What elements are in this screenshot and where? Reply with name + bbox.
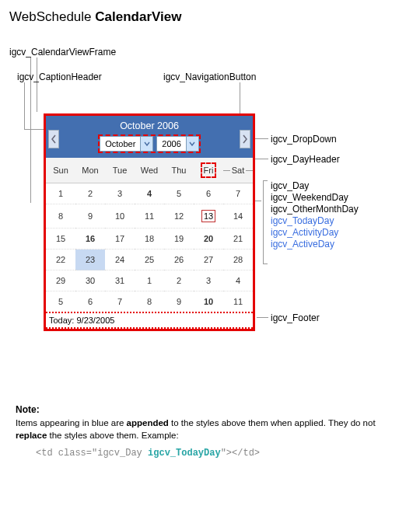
calendar-day[interactable]: 23 (75, 250, 105, 270)
calendar-day[interactable]: 4 (223, 270, 253, 291)
calendar-grid: Sun Mon Tue Wed Thu Fri Sat 123456789101… (46, 158, 253, 312)
dropdown-group: October 2006 (98, 134, 201, 153)
callout-othermonth: igcv_OtherMonthDay (271, 204, 359, 215)
calendar-day[interactable]: 2 (75, 183, 105, 204)
calendar-day[interactable]: 21 (223, 229, 253, 250)
caption-header: October 2006 October 2006 (46, 116, 253, 158)
calendar-day[interactable]: 19 (164, 229, 194, 250)
callout-active: igcv_ActiveDay (271, 239, 334, 250)
calendar-day[interactable]: 18 (135, 229, 164, 250)
callout-nav: igcv_NavigationButton (163, 72, 256, 82)
nav-next-button[interactable] (240, 130, 250, 148)
callout-footer: igcv_Footer (271, 312, 320, 323)
calendar-row: 891011121314 (46, 204, 253, 229)
calendar-day[interactable]: 15 (46, 229, 75, 250)
calendar-day[interactable]: 28 (223, 250, 253, 270)
nav-prev-button[interactable] (48, 130, 59, 148)
calendar-day[interactable]: 3 (194, 270, 223, 291)
day-header-sat: Sat (223, 158, 253, 183)
callout-dropdown: igcv_DropDown (271, 134, 337, 145)
calendar-day[interactable]: 11 (223, 291, 253, 312)
calendar-day[interactable]: 12 (164, 204, 194, 229)
calendar-day[interactable]: 30 (75, 270, 105, 291)
calendar-day[interactable]: 6 (194, 183, 223, 204)
code-example: <td class="igcv_Day igcv_TodayDay"></td> (36, 448, 404, 459)
day-header-fri: Fri (194, 158, 223, 183)
calendar-day[interactable]: 16 (75, 229, 105, 250)
note-section: Note: Items appearing in blue are append… (9, 404, 411, 459)
calendar-row: 567891011 (46, 291, 253, 312)
month-dropdown[interactable]: October (100, 136, 153, 152)
calendar-view-frame: October 2006 October 2006 Sun Mon Tue We… (44, 113, 255, 331)
calendar-day[interactable]: 31 (105, 270, 135, 291)
calendar-day[interactable]: 1 (46, 183, 75, 204)
callout-activity: igcv_ActivityDay (271, 227, 338, 238)
day-header-row: Sun Mon Tue Wed Thu Fri Sat (46, 158, 253, 183)
callout-day: igcv_Day (271, 180, 309, 191)
calendar-row: 15161718192021 (46, 229, 253, 250)
callout-weekend: igcv_WeekendDay (271, 192, 348, 203)
calendar-day[interactable]: 8 (135, 291, 164, 312)
day-header: Tue (105, 158, 135, 183)
calendar-row: 2930311234 (46, 270, 253, 291)
note-body: Items appearing in blue are appended to … (16, 417, 404, 441)
calendar-day[interactable]: 14 (223, 204, 253, 229)
calendar-day[interactable]: 10 (105, 204, 135, 229)
calendar-day[interactable]: 7 (223, 183, 253, 204)
calendar-day[interactable]: 9 (164, 291, 194, 312)
calendar-day[interactable]: 1 (135, 270, 164, 291)
calendar-day[interactable]: 9 (75, 204, 105, 229)
calendar-day[interactable]: 27 (194, 250, 223, 270)
calendar-day[interactable]: 2 (164, 270, 194, 291)
calendar-day[interactable]: 10 (194, 291, 223, 312)
calendar-day[interactable]: 3 (105, 183, 135, 204)
page-title: WebSchedule CalendarView (9, 9, 411, 25)
calendar-day[interactable]: 4 (135, 183, 164, 204)
calendar-day[interactable]: 26 (164, 250, 194, 270)
year-dropdown[interactable]: 2006 (156, 136, 198, 152)
chevron-down-icon (140, 137, 152, 151)
callout-today: igcv_TodayDay (271, 215, 334, 226)
chevron-down-icon (186, 137, 198, 151)
calendar-day[interactable]: 22 (46, 250, 75, 270)
caption-title: October 2006 (46, 120, 253, 134)
callout-dayheader: igcv_DayHeader (271, 154, 340, 165)
note-title: Note: (16, 404, 404, 415)
calendar-day[interactable]: 5 (164, 183, 194, 204)
chevron-right-icon (242, 134, 248, 144)
calendar-day[interactable]: 17 (105, 229, 135, 250)
calendar-diagram: igcv_CalendarViewFrame igcv_CaptionHeade… (9, 47, 411, 389)
calendar-day[interactable]: 11 (135, 204, 164, 229)
month-dropdown-value: October (100, 139, 140, 148)
year-dropdown-value: 2006 (157, 139, 185, 148)
calendar-day[interactable]: 24 (105, 250, 135, 270)
day-header: Wed (135, 158, 164, 183)
callout-frame: igcv_CalendarViewFrame (9, 47, 116, 58)
calendar-row: 22232425262728 (46, 250, 253, 270)
callout-caption: igcv_CaptionHeader (17, 72, 102, 82)
calendar-day[interactable]: 25 (135, 250, 164, 270)
calendar-day[interactable]: 6 (75, 291, 105, 312)
calendar-day[interactable]: 29 (46, 270, 75, 291)
day-header: Mon (75, 158, 105, 183)
calendar-day[interactable]: 8 (46, 204, 75, 229)
day-header: Sun (46, 158, 75, 183)
calendar-day[interactable]: 13 (194, 204, 223, 229)
calendar-footer[interactable]: Today: 9/23/2005 (46, 312, 253, 329)
calendar-day[interactable]: 5 (46, 291, 75, 312)
day-header: Thu (164, 158, 194, 183)
chevron-left-icon (51, 134, 57, 144)
calendar-day[interactable]: 20 (194, 229, 223, 250)
calendar-row: 1234567 (46, 183, 253, 204)
calendar-day[interactable]: 7 (105, 291, 135, 312)
